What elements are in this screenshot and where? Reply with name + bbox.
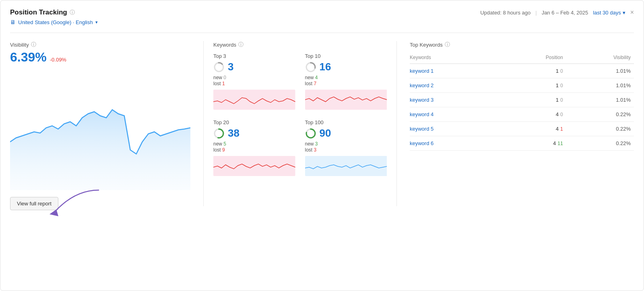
keyword-link[interactable]: keyword 4 [410,111,433,117]
col-header-visibility: Visibility [566,53,634,64]
monitor-icon: 🖥 [10,19,16,25]
visibility-value-row: 6.39% -0.09% [10,50,190,65]
visibility-cell: 1.01% [566,78,634,93]
arrow-decoration [42,186,107,218]
chevron-down-icon: ▾ [623,10,625,16]
position-cell: 411 [499,136,566,151]
location-selector[interactable]: 🖥 United States (Google) · English ▾ [10,19,634,25]
position-delta: 0 [560,83,563,88]
visibility-delta: -0.09% [50,57,66,63]
keyword-cell: keyword 5 [410,122,499,136]
header-separator [10,33,634,33]
keyword-cell: keyword 4 [410,107,499,122]
position-cell: 10 [499,64,566,78]
period-selector[interactable]: last 30 days ▾ [593,10,625,16]
visibility-percent: 6.39% [10,50,47,65]
keyword-link[interactable]: keyword 2 [410,82,433,88]
position-cell: 40 [499,107,566,122]
card-number-top10: 16 [320,61,331,73]
card-count-row-top100: 90 [305,127,387,139]
card-label-top3: Top 3 [213,53,295,59]
mini-chart-top10 [305,90,387,110]
position-delta: 0 [560,68,563,74]
card-stats-top10: new 4 lost 7 [305,75,387,86]
top-keywords-section: Top Keywords ⓘ Keywords Position Visibil… [396,41,634,206]
col-header-position: Position [499,53,566,64]
widget-header: Position Tracking ⓘ Updated: 8 hours ago… [10,8,634,16]
stat-lost-top20: lost 9 [213,147,295,153]
visibility-section: Visibility ⓘ 6.39% -0.09% [10,41,203,206]
header-left: Position Tracking ⓘ [10,8,75,16]
title-info-icon[interactable]: ⓘ [70,9,75,16]
keyword-link[interactable]: keyword 1 [410,68,433,74]
position-value: 4 [556,111,559,117]
keywords-grid: Top 3 3 new 0 lost 1 [213,53,387,176]
card-stats-top20: new 5 lost 9 [213,141,295,153]
donut-ring-top100 [305,128,316,139]
keyword-card-top10: Top 10 16 new 4 lost 7 [305,53,387,110]
visibility-label: Visibility ⓘ [10,41,190,48]
divider: | [535,10,537,16]
position-cell: 10 [499,78,566,93]
keyword-link[interactable]: keyword 6 [410,140,433,146]
svg-marker-0 [50,209,58,216]
widget-title: Position Tracking [10,8,67,16]
mini-chart-top20 [213,156,295,176]
stat-new-top100: new 3 [305,141,387,147]
keyword-cell: keyword 3 [410,93,499,107]
svg-rect-9 [213,156,295,176]
position-value: 1 [556,68,559,74]
keyword-cell: keyword 1 [410,64,499,78]
table-row: keyword 4400.22% [410,107,634,122]
position-delta: 1 [560,126,563,132]
location-chevron-icon: ▾ [95,20,98,25]
position-value: 1 [556,97,559,103]
position-delta: 0 [560,97,563,103]
keyword-link[interactable]: keyword 5 [410,126,433,132]
card-label-top10: Top 10 [305,53,387,59]
visibility-info-icon[interactable]: ⓘ [31,41,36,48]
keywords-info-icon[interactable]: ⓘ [238,41,244,48]
card-stats-top3: new 0 lost 1 [213,75,295,86]
card-label-top20: Top 20 [213,119,295,125]
card-stats-top100: new 3 lost 3 [305,141,387,153]
col-header-keywords: Keywords [410,53,499,64]
svg-rect-6 [305,90,387,110]
position-value: 4 [556,126,559,132]
keyword-card-top20: Top 20 38 new 5 lost 9 [213,119,295,176]
date-range-text: Jan 6 – Feb 4, 2025 [542,10,588,16]
card-count-row-top20: 38 [213,127,295,139]
period-label: last 30 days [593,10,621,16]
header-right: Updated: 8 hours ago | Jan 6 – Feb 4, 20… [480,9,634,16]
visibility-cell: 1.01% [566,93,634,107]
stat-new-top20: new 5 [213,141,295,147]
table-row: keyword 3101.01% [410,93,634,107]
card-count-row-top10: 16 [305,61,387,73]
location-text: United States (Google) · English [18,19,93,25]
top-keywords-info-icon[interactable]: ⓘ [445,41,450,48]
keyword-card-top3: Top 3 3 new 0 lost 1 [213,53,295,110]
updated-text: Updated: 8 hours ago [480,10,530,16]
keyword-cell: keyword 6 [410,136,499,151]
visibility-cell: 0.22% [566,107,634,122]
top-keywords-table: Keywords Position Visibility keyword 110… [410,53,634,151]
visibility-chart [10,70,190,190]
position-cell: 10 [499,93,566,107]
keyword-cell: keyword 2 [410,78,499,93]
position-delta: 0 [560,112,563,117]
position-tracking-widget: Position Tracking ⓘ Updated: 8 hours ago… [0,0,644,291]
table-row: keyword 1101.01% [410,64,634,78]
keyword-card-top100: Top 100 90 new 3 lost 3 [305,119,387,176]
visibility-cell: 0.22% [566,136,634,151]
keywords-label: Keywords ⓘ [213,41,387,48]
visibility-chart-container: View full report [10,70,190,206]
donut-ring-top20 [213,128,225,139]
card-number-top100: 90 [320,127,331,139]
visibility-cell: 1.01% [566,64,634,78]
table-row: keyword 5410.22% [410,122,634,136]
visibility-cell: 0.22% [566,122,634,136]
card-label-top100: Top 100 [305,119,387,125]
stat-lost-top3: lost 1 [213,81,295,86]
keyword-link[interactable]: keyword 3 [410,97,433,103]
close-button[interactable]: × [630,9,634,16]
